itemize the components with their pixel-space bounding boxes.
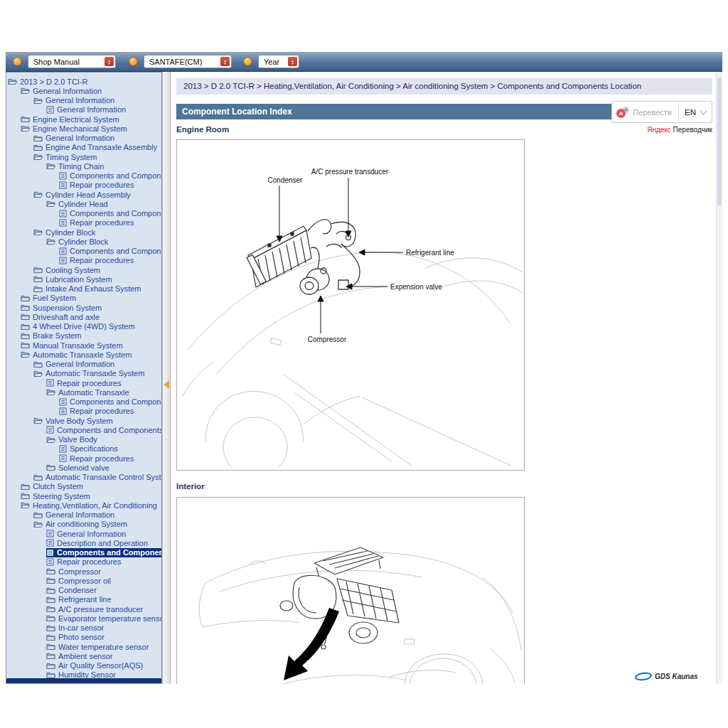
tree-item[interactable]: Clutch System: [6, 482, 161, 491]
tree-item[interactable]: Humidity Sensor: [6, 670, 161, 680]
tree-item[interactable]: Cylinder Head Assembly: [6, 190, 161, 199]
tree-item[interactable]: Components and Components Location: [6, 425, 161, 434]
translate-button[interactable]: Перевести: [633, 105, 672, 120]
language-select[interactable]: EN: [678, 102, 712, 122]
tree-item[interactable]: Components and Components Location: [6, 171, 161, 181]
orange-dot-icon[interactable]: [243, 57, 252, 66]
tree-item[interactable]: Photo sensor: [6, 633, 161, 642]
tree-item[interactable]: Air conditioning System: [6, 520, 161, 529]
tree-item[interactable]: Suspension System: [6, 303, 161, 312]
tree-item[interactable]: General Information: [6, 529, 161, 538]
yandex-brand[interactable]: Яндекс Переводчик: [647, 126, 712, 134]
tree-item[interactable]: A/C pressure transducer: [6, 604, 161, 614]
translate-widget[interactable]: я А Перевести EN: [611, 101, 712, 123]
tree-item[interactable]: General Information: [6, 134, 161, 143]
tree-item[interactable]: Heating,Ventilation, Air Conditioning: [6, 500, 161, 510]
top-toolbar: Shop Manual SANTAFE(CM) Year: [6, 52, 722, 72]
tree-item[interactable]: Automatic Transaxle System: [6, 350, 161, 359]
year-select[interactable]: Year: [258, 55, 299, 68]
tree-item[interactable]: Components and Components Location: [6, 247, 161, 256]
tree-item[interactable]: General Information: [6, 510, 161, 520]
tree-item[interactable]: Evaporator temperature sensor: [6, 614, 161, 623]
document-icon: [46, 379, 54, 387]
tree-item[interactable]: Water temperature sensor: [6, 642, 161, 651]
tree-item[interactable]: Cylinder Head: [6, 199, 161, 208]
vehicle-select[interactable]: SANTAFE(CM): [144, 55, 232, 68]
tree-item-label: Engine And Transaxle Assembly: [46, 143, 157, 151]
tree-item[interactable]: Valve Body System: [6, 416, 161, 425]
tree-item[interactable]: Automatic Transaxle Control System: [6, 473, 161, 482]
orange-dot-icon[interactable]: [13, 57, 22, 66]
tree-item[interactable]: Repair procedures: [6, 378, 161, 387]
tree-item[interactable]: Compressor oil: [6, 576, 161, 585]
manual-type-select[interactable]: Shop Manual: [28, 55, 116, 68]
folder-closed-icon: [33, 285, 43, 293]
folder-closed-icon: [21, 483, 30, 491]
section-header-bar: Component Location Index я А Перевести E…: [176, 104, 712, 119]
tree-item-label: Repair procedures: [70, 454, 134, 463]
collapse-sidebar-icon[interactable]: [164, 380, 169, 389]
tree-item[interactable]: In-car sensor: [6, 623, 161, 633]
tree-item-label: General Information: [46, 134, 114, 142]
tree-item[interactable]: Air Quality Sensor(AQS): [6, 661, 161, 670]
tree-item[interactable]: Automatic Transaxle: [6, 387, 161, 397]
folder-closed-icon: [46, 671, 55, 679]
tree-item[interactable]: Repair procedures: [6, 407, 161, 416]
tree-item[interactable]: Manual Transaxle System: [6, 341, 161, 350]
tree-item[interactable]: Repair procedures: [6, 181, 161, 190]
tree-item[interactable]: General Information: [6, 360, 161, 369]
tree-item-label: Ambient sensor: [58, 652, 112, 660]
tree-item[interactable]: Timing System: [6, 152, 161, 161]
tree-item[interactable]: Refrigerant line: [6, 595, 161, 604]
tree-item[interactable]: Specifications: [6, 444, 161, 454]
tree-item[interactable]: Cooling System: [6, 265, 161, 274]
orange-dot-icon[interactable]: [129, 57, 138, 66]
tree-item[interactable]: Cylinder Block: [6, 237, 161, 246]
tree-item[interactable]: Intake And Exhaust System: [6, 284, 161, 294]
tree-item[interactable]: Condenser: [6, 586, 161, 595]
tree-item[interactable]: Ambient sensor: [6, 651, 161, 660]
interior-heading: Interior: [176, 482, 205, 491]
folder-open-icon: [46, 436, 55, 444]
tree-item[interactable]: Components and Components Location: [6, 548, 161, 557]
chevron-down-icon: [700, 107, 707, 114]
tree-item[interactable]: Repair procedures: [6, 454, 161, 463]
tree-item[interactable]: Components and Components Location: [6, 209, 161, 218]
engine-room-diagram: Condenser A/C pressure transducer Refrig…: [177, 140, 524, 467]
tree-item-label: Repair procedures: [57, 379, 122, 387]
tree-item[interactable]: Steering System: [6, 491, 161, 500]
tree-item[interactable]: Timing Chain: [6, 161, 161, 171]
tree-item[interactable]: Repair procedures: [6, 256, 161, 265]
panel-splitter[interactable]: [162, 72, 171, 684]
tree-item-label: Cylinder Head Assembly: [46, 191, 131, 199]
tree-item[interactable]: Cylinder Block: [6, 228, 161, 237]
tree-item[interactable]: 4 Wheel Drive (4WD) System: [6, 322, 161, 331]
tree-item[interactable]: General Information: [6, 105, 161, 114]
select-stepper-icon[interactable]: [105, 57, 114, 66]
tree-item[interactable]: Repair procedures: [6, 218, 161, 228]
select-stepper-icon[interactable]: [288, 57, 297, 66]
select-stepper-icon[interactable]: [220, 57, 230, 66]
gds-logo-text: GDS Kaunas: [655, 673, 698, 680]
tree-item[interactable]: Brake System: [6, 331, 161, 341]
tree-item[interactable]: General Information: [6, 86, 161, 95]
scrollbar-thumb[interactable]: [717, 77, 722, 205]
tree-item[interactable]: Lubrication System: [6, 274, 161, 284]
tree-item[interactable]: Engine Mechanical System: [6, 124, 161, 133]
tree-item[interactable]: Engine And Transaxle Assembly: [6, 143, 161, 152]
tree-item[interactable]: Components and Components Location: [6, 397, 161, 407]
tree-item[interactable]: Valve Body: [6, 435, 161, 444]
gds-kaunas-logo: GDS Kaunas: [635, 673, 698, 680]
vertical-scrollbar[interactable]: [716, 72, 722, 684]
tree-item[interactable]: Description and Operation: [6, 538, 161, 547]
folder-closed-icon: [21, 304, 30, 311]
tree-item[interactable]: Compressor: [6, 567, 161, 576]
tree-item[interactable]: Repair procedures: [6, 557, 161, 567]
tree-item[interactable]: Solenoid valve: [6, 463, 161, 472]
tree-item[interactable]: Engine Electrical System: [6, 114, 161, 124]
tree-item[interactable]: 2013 > D 2.0 TCI-R: [6, 77, 161, 86]
tree-item[interactable]: Driveshaft and axle: [6, 312, 161, 321]
tree-item[interactable]: Automatic Transaxle System: [6, 369, 161, 378]
tree-item[interactable]: General Information: [6, 96, 161, 105]
tree-item[interactable]: Fuel System: [6, 294, 161, 303]
